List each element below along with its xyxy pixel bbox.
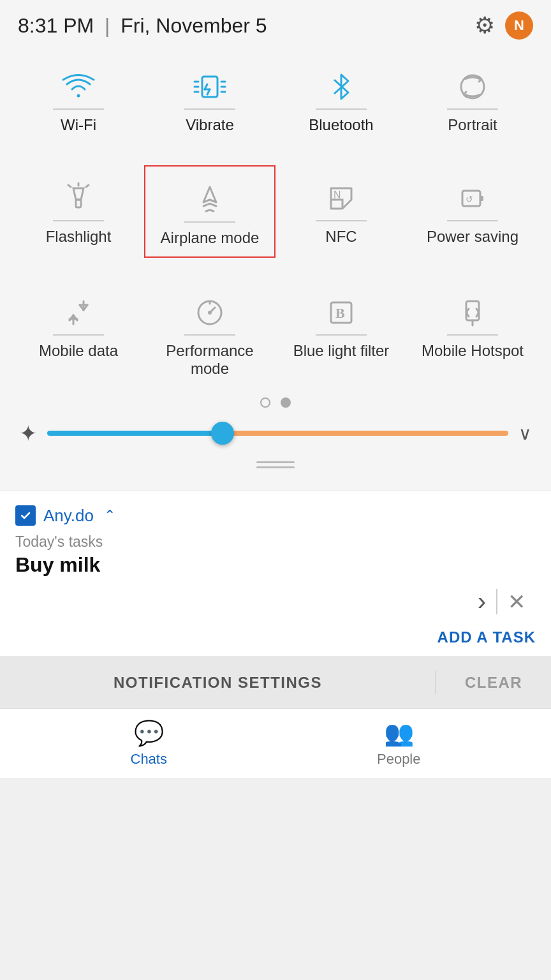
nav-people-label: People <box>377 751 421 768</box>
tile-powersaving[interactable]: ↺ Power saving <box>407 165 538 258</box>
nav-people[interactable]: 👥 People <box>377 719 421 768</box>
notif-app-chevron-icon: ⌃ <box>104 507 115 524</box>
brightness-expand-icon[interactable]: ∨ <box>518 423 532 444</box>
page-dot-1[interactable] <box>260 397 270 408</box>
mobilehotspot-icon <box>447 291 498 336</box>
brightness-row: ✦ ∨ <box>13 420 538 446</box>
notif-actions-row: › ✕ <box>15 584 536 618</box>
bluelightfilter-icon: B <box>316 291 367 336</box>
tile-powersaving-label: Power saving <box>427 228 518 246</box>
tile-flashlight-label: Flashlight <box>46 228 112 246</box>
notif-app-name: Any.do <box>43 506 94 526</box>
svg-rect-12 <box>76 200 81 207</box>
tile-airplane-label: Airplane mode <box>161 229 260 248</box>
quick-settings-panel: Wi-Fi Vibrate <box>0 47 551 490</box>
tile-nfc[interactable]: N NFC <box>276 165 407 258</box>
tile-vibrate-label: Vibrate <box>186 116 234 135</box>
tile-mobiledata[interactable]: Mobile data <box>13 279 144 388</box>
nav-chats[interactable]: 💬 Chats <box>131 719 167 768</box>
gear-icon[interactable]: ⚙ <box>474 12 495 39</box>
bottom-nav: 💬 Chats 👥 People <box>0 708 551 778</box>
vibrate-icon <box>184 65 235 110</box>
notif-task-label: Today's tasks <box>15 533 536 551</box>
tile-mobilehotspot[interactable]: Mobile Hotspot <box>407 279 538 388</box>
page-dot-2[interactable] <box>281 397 291 408</box>
nfc-icon: N <box>316 177 367 221</box>
brightness-icon: ✦ <box>19 420 37 446</box>
tile-grid-row2: Flashlight Airplane mode N NF <box>13 165 538 258</box>
tile-portrait-label: Portrait <box>448 116 497 135</box>
tile-mobiledata-label: Mobile data <box>39 342 118 360</box>
tile-wifi-label: Wi-Fi <box>61 116 96 135</box>
notif-close-button[interactable]: ✕ <box>497 586 536 617</box>
tile-performancemode[interactable]: Performance mode <box>144 279 276 388</box>
notification-settings-button[interactable]: NOTIFICATION SETTINGS <box>0 674 436 692</box>
brightness-track <box>47 431 508 436</box>
tile-bluelightfilter-label: Blue light filter <box>293 342 390 360</box>
svg-text:B: B <box>335 305 345 321</box>
svg-point-31 <box>208 311 212 315</box>
bluetooth-icon <box>316 65 367 110</box>
powersaving-icon: ↺ <box>447 177 498 221</box>
tile-airplane[interactable]: Airplane mode <box>144 165 276 258</box>
bottom-bar: NOTIFICATION SETTINGS CLEAR <box>0 657 551 708</box>
chats-icon: 💬 <box>134 719 164 747</box>
people-icon: 👥 <box>384 719 414 747</box>
flashlight-icon <box>53 177 104 221</box>
tile-bluetooth[interactable]: Bluetooth <box>276 54 407 144</box>
svg-rect-0 <box>202 77 217 97</box>
brightness-slider[interactable] <box>47 431 508 436</box>
svg-line-15 <box>86 185 89 187</box>
tile-wifi[interactable]: Wi-Fi <box>13 54 144 144</box>
status-bar: 8:31 PM | Fri, November 5 ⚙ N <box>0 0 551 47</box>
notification-card: Any.do ⌃ Today's tasks Buy milk › ✕ ADD … <box>0 491 551 657</box>
status-time: 8:31 PM | Fri, November 5 <box>18 14 267 38</box>
drag-handle <box>13 457 538 477</box>
svg-line-14 <box>68 185 71 187</box>
notif-task-title: Buy milk <box>15 553 536 577</box>
tile-flashlight[interactable]: Flashlight <box>13 165 144 258</box>
tile-portrait[interactable]: Portrait <box>407 54 538 144</box>
svg-marker-11 <box>73 188 84 200</box>
status-icons: ⚙ N <box>474 11 533 40</box>
tile-grid-row3: Mobile data Performance mode B <box>13 279 538 388</box>
wifi-icon <box>53 65 104 110</box>
svg-text:N: N <box>334 189 341 200</box>
tile-performancemode-label: Performance mode <box>151 342 269 379</box>
airplane-icon <box>184 178 235 223</box>
tile-bluetooth-label: Bluetooth <box>309 116 373 135</box>
notification-badge: N <box>505 11 533 40</box>
tile-bluelightfilter[interactable]: B Blue light filter <box>276 279 407 388</box>
clear-button[interactable]: CLEAR <box>436 674 551 692</box>
anydo-app-icon <box>15 505 36 526</box>
page-dots <box>13 397 538 408</box>
svg-text:↺: ↺ <box>466 194 473 204</box>
nav-chats-label: Chats <box>131 751 167 768</box>
tile-vibrate[interactable]: Vibrate <box>144 54 276 144</box>
notif-app-row: Any.do ⌃ <box>15 505 536 526</box>
tile-grid-row1: Wi-Fi Vibrate <box>13 54 538 144</box>
performancemode-icon <box>184 291 235 336</box>
tile-mobilehotspot-label: Mobile Hotspot <box>422 342 524 360</box>
add-task-button[interactable]: ADD A TASK <box>437 628 536 646</box>
notif-add-task-row: ADD A TASK <box>15 628 536 646</box>
mobiledata-icon <box>53 291 104 336</box>
portrait-icon <box>447 65 498 110</box>
tile-nfc-label: NFC <box>325 228 356 246</box>
svg-rect-18 <box>480 196 483 201</box>
notif-open-button[interactable]: › <box>467 584 496 618</box>
brightness-thumb[interactable] <box>211 422 234 445</box>
